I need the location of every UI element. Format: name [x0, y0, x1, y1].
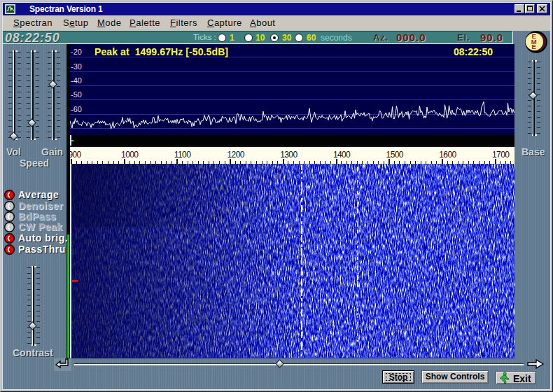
svg-text:E: E: [531, 43, 536, 50]
